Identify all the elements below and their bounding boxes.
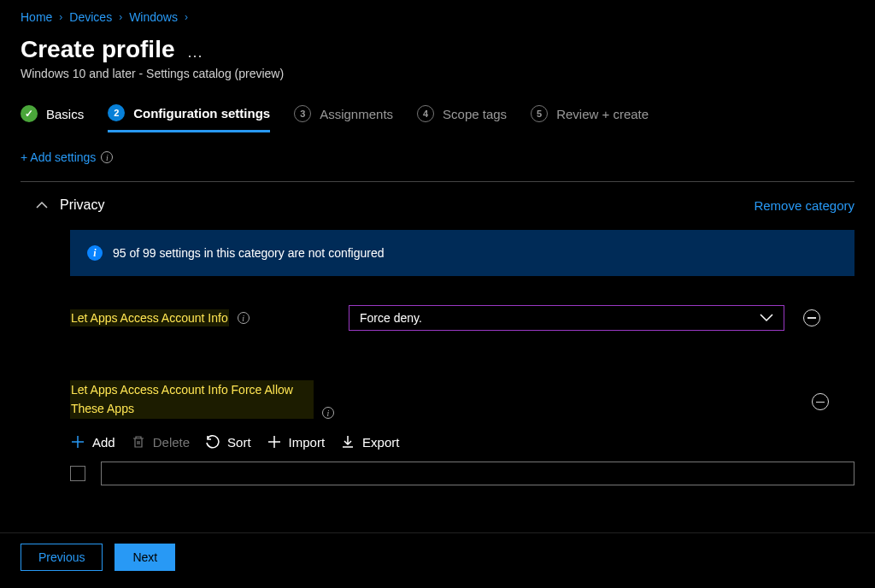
add-settings-link[interactable]: + Add settings i [21,150,854,164]
toolbar-label: Export [362,435,399,450]
step-scope-tags[interactable]: 4 Scope tags [417,105,507,131]
add-button[interactable]: Add [70,434,115,450]
breadcrumb-devices[interactable]: Devices [69,10,112,24]
step-basics[interactable]: Basics [21,105,84,131]
sort-button[interactable]: Sort [205,434,251,450]
page-title: Create profile [21,36,175,63]
step-number-icon: 3 [294,105,311,122]
row-text-input[interactable] [101,462,854,485]
remove-setting-button[interactable] [803,309,820,326]
download-icon [340,434,355,450]
remove-category-link[interactable]: Remove category [754,198,854,213]
wizard-footer: Previous Next [0,532,875,579]
step-configuration-settings[interactable]: 2 Configuration settings [108,104,270,132]
breadcrumb-home[interactable]: Home [21,10,52,24]
step-number-icon: 5 [531,105,548,122]
wizard-steps: Basics 2 Configuration settings 3 Assign… [21,104,854,132]
chevron-up-icon [36,198,48,212]
export-button[interactable]: Export [340,434,399,450]
plus-icon [267,434,282,450]
setting-label: Let Apps Access Account Info [70,309,229,326]
add-settings-label: + Add settings [21,150,96,164]
row-checkbox[interactable] [70,466,85,481]
toolbar-label: Add [92,435,115,450]
toolbar-label: Import [289,435,326,450]
step-number-icon: 2 [108,104,125,121]
list-toolbar: Add Delete Sort Import Export [70,434,854,450]
sort-icon [205,434,220,450]
step-label: Review + create [556,107,649,121]
step-label: Scope tags [443,107,507,121]
trash-icon [131,434,146,450]
page-subtitle: Windows 10 and later - Settings catalog … [21,67,854,80]
step-label: Assignments [320,107,393,121]
category-title: Privacy [60,197,104,213]
step-assignments[interactable]: 3 Assignments [294,105,393,131]
plus-icon [70,434,85,450]
previous-button[interactable]: Previous [21,544,103,571]
breadcrumb-windows[interactable]: Windows [129,10,178,24]
next-button[interactable]: Next [115,544,175,571]
setting-dropdown[interactable]: Force deny. [349,305,784,331]
step-number-icon: 4 [417,105,434,122]
delete-button[interactable]: Delete [131,434,190,450]
chevron-right-icon: › [119,11,122,23]
import-button[interactable]: Import [267,434,326,450]
breadcrumb: Home › Devices › Windows › [21,10,854,24]
chevron-down-icon [760,311,773,325]
toolbar-label: Sort [227,435,251,450]
info-icon[interactable]: i [238,312,250,324]
divider [21,181,854,182]
info-icon[interactable]: i [101,151,113,163]
info-text: 95 of 99 settings in this category are n… [113,246,385,260]
info-banner: i 95 of 99 settings in this category are… [70,230,854,276]
step-review-create[interactable]: 5 Review + create [531,105,649,131]
chevron-right-icon: › [185,11,188,23]
dropdown-value: Force deny. [360,311,422,325]
more-actions-button[interactable]: ⋯ [187,46,204,65]
step-label: Basics [46,107,84,121]
toolbar-label: Delete [153,435,190,450]
category-toggle[interactable]: Privacy [36,197,104,213]
setting-label: Let Apps Access Account Info Force Allow… [70,380,314,419]
check-icon [21,105,38,122]
info-icon: i [87,245,103,261]
info-icon[interactable]: i [322,407,334,419]
chevron-right-icon: › [59,11,62,23]
step-label: Configuration settings [133,106,270,121]
remove-setting-button[interactable] [812,393,829,410]
